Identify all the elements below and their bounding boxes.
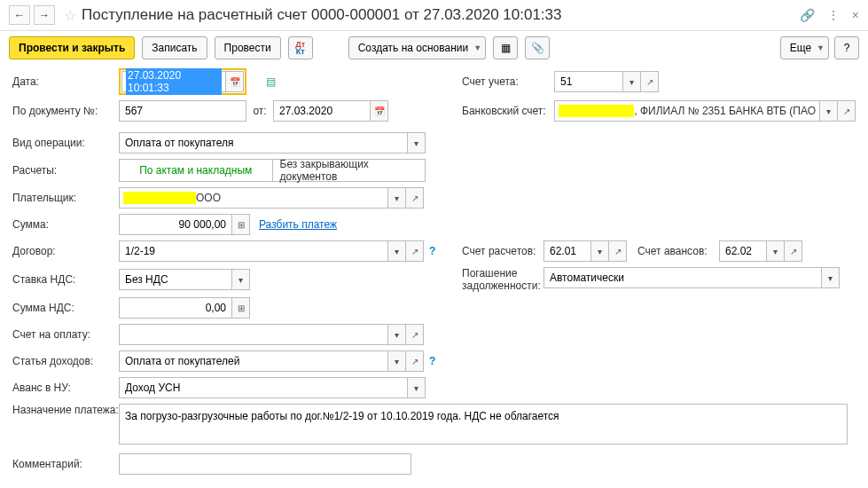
calc-seg-noclosing[interactable]: Без закрывающих документов bbox=[272, 160, 426, 181]
dropdown-icon[interactable]: ▾ bbox=[232, 269, 250, 290]
income-input[interactable] bbox=[123, 354, 384, 368]
purpose-label: Назначение платежа: bbox=[12, 404, 119, 416]
dropdown-icon[interactable]: ▾ bbox=[388, 324, 406, 345]
dropdown-icon[interactable]: ▾ bbox=[591, 240, 609, 262]
open-icon[interactable]: ↗ bbox=[641, 71, 659, 92]
payer-input[interactable]: ООО bbox=[196, 192, 221, 204]
calendar-icon[interactable]: 📅 bbox=[226, 71, 244, 92]
date-input[interactable]: 27.03.2020 10:01:33 bbox=[126, 68, 222, 95]
date-label: Дата: bbox=[12, 75, 119, 88]
invoice-label: Счет на оплату: bbox=[12, 328, 119, 341]
open-icon[interactable]: ↗ bbox=[838, 100, 856, 122]
save-button[interactable]: Записать bbox=[142, 36, 207, 59]
optype-label: Вид операции: bbox=[12, 137, 119, 149]
invoice-input[interactable] bbox=[123, 327, 384, 342]
purpose-textarea[interactable] bbox=[123, 408, 843, 440]
calcacc-label: Счет расчетов: bbox=[462, 245, 543, 257]
account-input[interactable] bbox=[559, 75, 619, 89]
dropdown-icon[interactable]: ▾ bbox=[623, 71, 641, 92]
docno-label: По документу №: bbox=[12, 105, 119, 117]
advnu-label: Аванс в НУ: bbox=[12, 382, 119, 394]
dropdown-icon[interactable]: ▾ bbox=[408, 377, 426, 398]
contract-label: Договор: bbox=[12, 245, 119, 257]
comment-label: Комментарий: bbox=[12, 458, 119, 470]
kebab-icon[interactable]: ⋮ bbox=[827, 8, 840, 22]
open-icon[interactable]: ↗ bbox=[406, 350, 424, 372]
struct-button[interactable]: ▦ bbox=[493, 36, 518, 59]
create-based-button[interactable]: Создать на основании▼ bbox=[348, 36, 486, 59]
post-button[interactable]: Провести bbox=[215, 36, 281, 59]
calculator-icon[interactable]: ⊞ bbox=[232, 214, 250, 235]
vatsum-label: Сумма НДС: bbox=[12, 302, 119, 314]
post-close-button[interactable]: Провести и закрыть bbox=[9, 36, 135, 59]
attach-button[interactable]: 📎 bbox=[525, 36, 550, 59]
calcacc-input[interactable] bbox=[548, 244, 587, 258]
dtkt-button[interactable]: ДтКт bbox=[288, 36, 313, 59]
doc-icon[interactable]: ▤ bbox=[266, 75, 276, 88]
docdate-input[interactable] bbox=[278, 104, 366, 118]
contract-input[interactable] bbox=[123, 244, 384, 258]
dropdown-icon[interactable]: ▾ bbox=[388, 187, 406, 209]
open-icon[interactable]: ↗ bbox=[609, 240, 627, 262]
calculator-icon[interactable]: ⊞ bbox=[232, 297, 250, 319]
sum-label: Сумма: bbox=[12, 218, 119, 231]
advnu-input[interactable] bbox=[123, 381, 403, 395]
comment-input[interactable] bbox=[123, 457, 407, 471]
from-label: от: bbox=[246, 105, 273, 117]
debt-label: Погашение задолженности: bbox=[462, 267, 543, 292]
optype-input[interactable] bbox=[123, 136, 403, 150]
calc-label: Расчеты: bbox=[12, 164, 119, 177]
calc-seg-acts[interactable]: По актам и накладным bbox=[120, 160, 272, 181]
dropdown-icon[interactable]: ▾ bbox=[388, 350, 406, 372]
payer-hidden bbox=[123, 192, 196, 204]
open-icon[interactable]: ↗ bbox=[406, 187, 424, 209]
dropdown-icon[interactable]: ▾ bbox=[408, 132, 426, 153]
payer-label: Плательщик: bbox=[12, 192, 119, 204]
sum-input[interactable] bbox=[123, 217, 228, 232]
vatrate-input[interactable] bbox=[123, 272, 228, 287]
help-button[interactable]: ? bbox=[834, 36, 859, 59]
help-icon[interactable]: ? bbox=[429, 245, 435, 257]
split-payment-link[interactable]: Разбить платеж bbox=[259, 218, 337, 231]
bankacc-label: Банковский счет: bbox=[462, 105, 554, 117]
bank-account-input[interactable]: , ФИЛИАЛ № 2351 БАНКА ВТБ (ПАО bbox=[634, 105, 816, 117]
dropdown-icon[interactable]: ▾ bbox=[820, 100, 838, 122]
income-label: Статья доходов: bbox=[12, 355, 119, 367]
forward-button[interactable]: → bbox=[34, 5, 55, 25]
more-button[interactable]: Еще▼ bbox=[780, 36, 829, 59]
dropdown-icon[interactable]: ▾ bbox=[767, 240, 785, 262]
dropdown-icon[interactable]: ▾ bbox=[388, 240, 406, 262]
back-button[interactable]: ← bbox=[9, 5, 30, 25]
account-label: Счет учета: bbox=[462, 75, 554, 88]
open-icon[interactable]: ↗ bbox=[406, 324, 424, 345]
advacc-label: Счет авансов: bbox=[637, 245, 719, 257]
close-icon[interactable]: × bbox=[852, 8, 859, 22]
calendar-icon[interactable]: 📅 bbox=[371, 100, 388, 122]
bank-hidden bbox=[559, 105, 634, 117]
vatsum-input[interactable] bbox=[123, 301, 228, 315]
advacc-input[interactable] bbox=[723, 244, 762, 258]
favorite-icon[interactable]: ☆ bbox=[64, 7, 76, 24]
open-icon[interactable]: ↗ bbox=[406, 240, 424, 262]
dropdown-icon[interactable]: ▾ bbox=[822, 267, 840, 288]
help-icon[interactable]: ? bbox=[429, 355, 435, 367]
open-icon[interactable]: ↗ bbox=[785, 240, 802, 262]
link-icon[interactable]: 🔗 bbox=[800, 8, 815, 22]
vatrate-label: Ставка НДС: bbox=[12, 273, 119, 286]
debt-input[interactable] bbox=[548, 271, 817, 285]
docno-input[interactable] bbox=[123, 104, 242, 118]
page-title: Поступление на расчетный счет 0000-00000… bbox=[82, 6, 800, 24]
